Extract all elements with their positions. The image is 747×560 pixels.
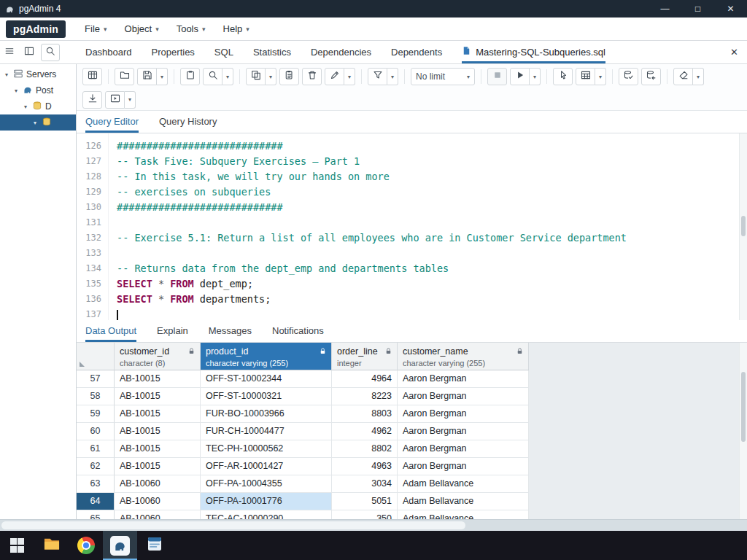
tab-explain[interactable]: Explain xyxy=(157,320,188,342)
editor-line-137[interactable]: 137 xyxy=(77,307,747,320)
panel-close-button[interactable]: ✕ xyxy=(721,41,747,63)
save-file-button[interactable] xyxy=(137,68,157,85)
row-number-63[interactable]: 63 xyxy=(77,475,115,493)
row-number-61[interactable]: 61 xyxy=(77,440,115,458)
editor-line-132[interactable]: 132-- Exercise 5.1: Return a list of all… xyxy=(77,230,747,246)
cell-58-customer_name[interactable]: Aaron Bergman xyxy=(398,388,529,405)
edit-dropdown-button[interactable]: ▾ xyxy=(344,68,355,85)
cell-63-product_id[interactable]: OFF-PA-10004355 xyxy=(201,475,332,493)
chevron-down-icon[interactable]: ▾ xyxy=(31,120,39,126)
editor-line-128[interactable]: 128-- In this task, we will try our hand… xyxy=(77,169,747,184)
editor-line-126[interactable]: 126############################ xyxy=(77,139,747,154)
editor-line-131[interactable]: 131 xyxy=(77,215,747,230)
tab-active-sql-file[interactable]: Mastering-SQL-Subqueries.sql xyxy=(462,41,605,63)
row-number-59[interactable]: 59 xyxy=(77,405,115,423)
horizontal-scrollbar[interactable] xyxy=(0,519,747,531)
row-number-60[interactable]: 60 xyxy=(77,423,115,440)
browser-menu-button[interactable] xyxy=(1,44,18,61)
explain-button[interactable] xyxy=(553,68,573,85)
editor-scrollbar[interactable] xyxy=(739,133,747,320)
execute-dropdown-button[interactable]: ▾ xyxy=(530,68,541,85)
cell-65-customer_id[interactable]: AB-10060 xyxy=(115,510,201,519)
tree-item-post[interactable]: ▾Post xyxy=(0,82,76,98)
tab-dependencies[interactable]: Dependencies xyxy=(311,41,371,63)
tab-sql[interactable]: SQL xyxy=(214,41,233,63)
cell-61-order_line[interactable]: 8802 xyxy=(332,440,398,458)
edit-grid-button[interactable] xyxy=(82,68,102,85)
find-button[interactable] xyxy=(203,68,222,85)
cell-57-customer_id[interactable]: AB-10015 xyxy=(115,370,201,388)
pgadmin-button[interactable] xyxy=(103,531,137,560)
grid-scrollbar[interactable] xyxy=(739,343,747,519)
chevron-down-icon[interactable]: ▾ xyxy=(3,71,10,78)
cell-60-order_line[interactable]: 4962 xyxy=(332,423,398,440)
cell-64-customer_id[interactable]: AB-10060 xyxy=(115,493,201,510)
chevron-down-icon[interactable]: ▾ xyxy=(22,104,29,110)
cell-59-order_line[interactable]: 8803 xyxy=(332,405,398,423)
cell-63-customer_id[interactable]: AB-10060 xyxy=(115,475,201,493)
editor-line-133[interactable]: 133 xyxy=(77,246,747,261)
cell-59-customer_name[interactable]: Aaron Bergman xyxy=(398,405,529,423)
column-header-customer_name[interactable]: customer_namecharacter varying (255) xyxy=(398,343,529,370)
cell-65-product_id[interactable]: TEC-AC-10000290 xyxy=(201,510,332,519)
open-file-button[interactable] xyxy=(115,68,134,85)
start-button[interactable] xyxy=(0,531,34,560)
cell-61-customer_id[interactable]: AB-10015 xyxy=(115,440,201,458)
browser-search-button[interactable] xyxy=(41,44,60,61)
cell-61-customer_name[interactable]: Aaron Bergman xyxy=(398,440,529,458)
editor-line-127[interactable]: 127-- Task Five: Subquery Exercises – Pa… xyxy=(77,154,747,169)
clear-dropdown-button[interactable]: ▾ xyxy=(693,68,704,85)
column-header-product_id[interactable]: product_idcharacter varying (255) xyxy=(201,343,332,370)
tab-dashboard[interactable]: Dashboard xyxy=(85,41,132,63)
minimize-button[interactable]: — xyxy=(649,0,681,18)
macros-dropdown-button[interactable]: ▾ xyxy=(125,91,136,109)
cell-62-customer_id[interactable]: AB-10015 xyxy=(115,458,201,475)
editor-line-125[interactable]: 125 xyxy=(77,133,747,139)
filter-button[interactable] xyxy=(368,68,387,85)
explain-analyze-button[interactable] xyxy=(576,68,595,85)
tab-notifications[interactable]: Notifications xyxy=(272,320,324,342)
cell-64-order_line[interactable]: 5051 xyxy=(332,493,398,510)
cell-58-order_line[interactable]: 8223 xyxy=(332,388,398,405)
row-number-57[interactable]: 57 xyxy=(77,370,115,388)
macros-button[interactable] xyxy=(105,91,125,109)
cell-60-product_id[interactable]: FUR-CH-10004477 xyxy=(201,423,332,440)
delete-button[interactable] xyxy=(302,68,322,85)
tab-messages[interactable]: Messages xyxy=(209,320,252,342)
browser-panels-button[interactable] xyxy=(21,44,37,61)
rollback-button[interactable] xyxy=(641,68,661,85)
cancel-query-button[interactable] xyxy=(487,68,507,85)
paste-button[interactable] xyxy=(279,68,299,85)
explain-analyze-dropdown-button[interactable]: ▾ xyxy=(595,68,606,85)
tree-item-selected-database[interactable]: ▾ xyxy=(0,114,76,131)
cell-62-product_id[interactable]: OFF-AR-10001427 xyxy=(201,458,332,475)
find-dropdown-button[interactable]: ▾ xyxy=(222,68,233,85)
menu-object[interactable]: Object▾ xyxy=(125,23,159,34)
cell-60-customer_name[interactable]: Aaron Bergman xyxy=(398,423,529,440)
copy-button[interactable] xyxy=(246,68,266,85)
filter-dropdown-button[interactable]: ▾ xyxy=(387,68,398,85)
tab-properties[interactable]: Properties xyxy=(152,41,195,63)
cell-65-customer_name[interactable]: Adam Bellavance xyxy=(398,510,529,519)
cell-57-customer_name[interactable]: Aaron Bergman xyxy=(398,370,529,388)
tab-dependents[interactable]: Dependents xyxy=(391,41,442,63)
horizontal-scrollbar-thumb[interactable] xyxy=(1,521,465,529)
editor-line-136[interactable]: 136SELECT * FROM departments; xyxy=(77,292,747,307)
cell-64-customer_name[interactable]: Adam Bellavance xyxy=(398,493,529,510)
grid-select-all-corner[interactable] xyxy=(77,343,115,370)
row-limit-select[interactable]: No limit▾ xyxy=(411,68,475,85)
column-header-customer_id[interactable]: customer_idcharacter (8) xyxy=(115,343,201,370)
cell-61-product_id[interactable]: TEC-PH-10000562 xyxy=(201,440,332,458)
chevron-down-icon[interactable]: ▾ xyxy=(12,88,20,94)
cell-62-order_line[interactable]: 4963 xyxy=(332,458,398,475)
chrome-button[interactable] xyxy=(69,531,103,560)
close-button[interactable]: ✕ xyxy=(714,0,747,18)
editor-line-135[interactable]: 135SELECT * FROM dept_emp; xyxy=(77,276,747,292)
copy-dropdown-button[interactable]: ▾ xyxy=(266,68,276,85)
copy-buffer-button[interactable] xyxy=(180,68,200,85)
sql-editor[interactable]: 125126############################127-- … xyxy=(77,133,747,320)
tab-statistics[interactable]: Statistics xyxy=(253,41,291,63)
row-number-64[interactable]: 64 xyxy=(77,493,115,510)
menu-file[interactable]: File▾ xyxy=(85,23,107,34)
cell-63-customer_name[interactable]: Adam Bellavance xyxy=(398,475,529,493)
